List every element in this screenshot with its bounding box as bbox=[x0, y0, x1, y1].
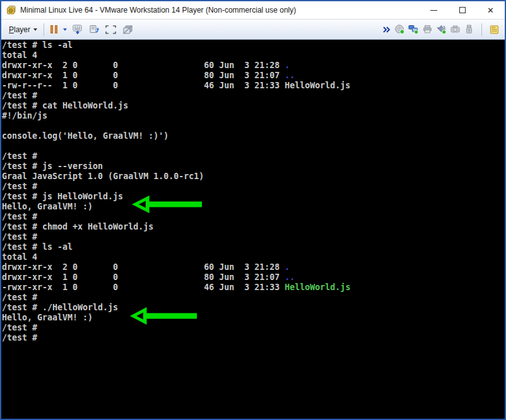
maximize-button[interactable] bbox=[448, 1, 476, 19]
pause-icon bbox=[50, 25, 57, 33]
camera-status-icon[interactable] bbox=[450, 24, 461, 35]
titlebar[interactable]: Minimal Linux Live 64 - VMware Workstati… bbox=[1, 1, 505, 19]
player-menu-label: Player bbox=[9, 25, 30, 34]
minimize-button[interactable] bbox=[420, 1, 448, 19]
window-title: Minimal Linux Live 64 - VMware Workstati… bbox=[20, 6, 420, 15]
fullscreen-icon bbox=[105, 24, 117, 35]
chevron-down-icon bbox=[33, 28, 37, 31]
terminal-output: /test # ls -al total 4 drwxr-xr-x 2 0 0 … bbox=[1, 40, 505, 343]
usb-status-icon[interactable] bbox=[464, 24, 474, 35]
device-status-group bbox=[382, 23, 500, 36]
library-panel-icon bbox=[489, 24, 500, 35]
cd-dvd-status-icon[interactable] bbox=[394, 24, 405, 35]
library-panel-button[interactable] bbox=[489, 24, 500, 35]
send-ctrl-alt-del-button[interactable] bbox=[69, 22, 86, 37]
vm-console-screen[interactable]: /test # ls -al total 4 drwxr-xr-x 2 0 0 … bbox=[1, 40, 505, 419]
vmware-player-window: Minimal Linux Live 64 - VMware Workstati… bbox=[0, 0, 506, 420]
player-menu-button[interactable]: Player bbox=[6, 22, 40, 37]
unity-mode-button[interactable] bbox=[119, 22, 136, 37]
suspend-button[interactable] bbox=[48, 22, 69, 37]
toolbar: Player bbox=[1, 19, 505, 40]
send-ctrl-alt-del-icon bbox=[72, 24, 83, 35]
printer-status-icon[interactable] bbox=[422, 24, 433, 35]
vm-devices-icon bbox=[88, 24, 100, 35]
toolbar-separator bbox=[44, 23, 44, 36]
fullscreen-button[interactable] bbox=[102, 22, 119, 37]
close-button[interactable]: ✕ bbox=[476, 1, 505, 19]
network-status-icon[interactable] bbox=[408, 24, 419, 35]
sound-status-icon[interactable] bbox=[436, 24, 447, 35]
unity-mode-icon bbox=[122, 24, 134, 35]
vm-devices-button[interactable] bbox=[86, 22, 102, 37]
vmware-app-icon bbox=[6, 5, 16, 15]
toolbar-separator bbox=[481, 23, 482, 36]
chevron-down-icon bbox=[63, 28, 67, 31]
more-chevrons-icon[interactable] bbox=[382, 25, 391, 34]
